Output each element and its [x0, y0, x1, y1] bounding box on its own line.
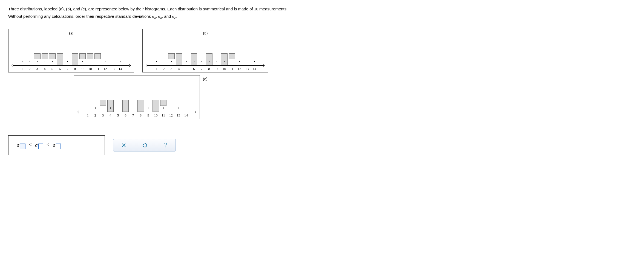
- subscript-input-2[interactable]: [38, 144, 43, 149]
- reset-button[interactable]: [134, 139, 155, 151]
- panel-label-a: (a): [13, 31, 130, 36]
- axis-tick: 7: [130, 113, 137, 118]
- axis-tick: 6: [190, 67, 198, 71]
- subscript-input-1[interactable]: [20, 144, 25, 149]
- histogram-bar: [34, 53, 41, 59]
- histogram-bar: [107, 100, 114, 112]
- histogram-bar: [153, 100, 159, 112]
- sigma-symbol: σ: [53, 142, 56, 148]
- histogram-bar: [100, 100, 106, 106]
- comma2: , and: [162, 14, 172, 19]
- histogram-bar: [72, 53, 78, 65]
- less-than-1: <: [29, 142, 31, 147]
- axis-tick: 4: [41, 67, 48, 71]
- axis-tick: 3: [168, 67, 175, 71]
- histogram-bar: [94, 53, 101, 59]
- axis-tick: 8: [137, 113, 144, 118]
- axis-tick: 14: [251, 67, 258, 71]
- histogram-bar: [221, 53, 228, 65]
- axis-tick: 11: [160, 113, 167, 118]
- axis-tick: 11: [228, 67, 235, 71]
- axis-tick: 12: [167, 113, 175, 118]
- clear-button[interactable]: [113, 139, 134, 151]
- axis-tick: 10: [152, 113, 159, 118]
- axis-tick: 7: [198, 67, 205, 71]
- x-icon: [121, 142, 127, 148]
- q-ten: 10: [254, 7, 258, 11]
- q-line2-pre: Without performing any calculations, ord…: [8, 14, 152, 19]
- subscript-input-3[interactable]: [56, 144, 61, 149]
- histogram-bar: [122, 100, 129, 112]
- axis-tick: 4: [175, 67, 183, 71]
- axis-tick: 14: [117, 67, 124, 71]
- histogram-b: 1234567891011121314: [147, 46, 264, 71]
- help-button[interactable]: ?: [155, 139, 176, 151]
- axis-tick: 10: [220, 67, 228, 71]
- axis-tick: 9: [213, 67, 220, 71]
- histogram-bar: [229, 53, 235, 59]
- axis-tick: 3: [99, 113, 107, 118]
- axis-tick: 6: [56, 67, 64, 71]
- histogram-panel-c: (c) 1234567891011121314: [74, 75, 200, 119]
- histogram-bar: [49, 53, 56, 59]
- axis-tick: 1: [153, 67, 160, 71]
- histogram-a: 1234567891011121314: [13, 46, 130, 71]
- axis-tick: 1: [18, 67, 26, 71]
- question-text: Three distributions, labeled (a), (b), a…: [8, 5, 636, 21]
- axis-tick: 8: [205, 67, 213, 71]
- answer-box: σ < σ < σ: [8, 135, 105, 155]
- panel-label-c: (c): [203, 77, 207, 81]
- histogram-bar: [57, 53, 63, 65]
- histogram-row-1: (a) 1234567891011121314 (b) 123456789101…: [8, 29, 636, 72]
- histogram-bar: [79, 53, 86, 59]
- histogram-panel-a: (a) 1234567891011121314: [8, 29, 134, 72]
- axis-tick: 14: [182, 113, 190, 118]
- axis-tick: 3: [33, 67, 41, 71]
- sigma-slot-3[interactable]: σ: [53, 142, 61, 148]
- axis-tick: 13: [243, 67, 251, 71]
- axis-tick: 11: [94, 67, 101, 71]
- button-bar: ?: [113, 139, 176, 151]
- histogram-bar: [42, 53, 48, 59]
- axis-tick: 4: [107, 113, 114, 118]
- axis-tick: 6: [122, 113, 129, 118]
- axis-tick: 9: [145, 113, 152, 118]
- q-line1-pre: Three distributions, labeled (a), (b), a…: [8, 7, 254, 11]
- sigma-symbol: σ: [17, 142, 19, 148]
- axis-tick: 13: [109, 67, 116, 71]
- histogram-c: 1234567891011121314: [79, 93, 195, 118]
- sigma-slot-1[interactable]: σ: [17, 142, 25, 148]
- sigma-c: σ: [172, 14, 174, 19]
- axis-tick: 5: [183, 67, 190, 71]
- panel-label-b: (b): [147, 31, 264, 36]
- histogram-bar: [87, 53, 93, 59]
- period: .: [176, 14, 177, 19]
- axis-tick: 13: [175, 113, 182, 118]
- axis-tick: 9: [79, 67, 86, 71]
- axis-tick: 1: [84, 113, 91, 118]
- histogram-bar: [137, 100, 144, 112]
- answer-row: σ < σ < σ ?: [8, 135, 636, 155]
- sigma-symbol: σ: [35, 142, 38, 148]
- bottom-divider: [0, 158, 644, 158]
- histogram-bar: [191, 53, 197, 65]
- help-icon: ?: [164, 141, 167, 149]
- histogram-panel-b: (b) 1234567891011121314: [142, 29, 268, 72]
- sigma-slot-2[interactable]: σ: [35, 142, 43, 148]
- histogram-row-2: (c) 1234567891011121314: [74, 75, 636, 119]
- axis-tick: 5: [48, 67, 56, 71]
- axis-tick: 8: [71, 67, 79, 71]
- axis-tick: 2: [160, 67, 168, 71]
- axis-tick: 12: [236, 67, 243, 71]
- axis-tick: 7: [64, 67, 71, 71]
- axis-tick: 10: [86, 67, 94, 71]
- less-than-2: <: [47, 142, 49, 147]
- q-line1-post: measurements.: [258, 7, 288, 11]
- axis-tick: 5: [114, 113, 122, 118]
- axis-tick: 2: [26, 67, 33, 71]
- histogram-bar: [176, 53, 182, 65]
- histogram-bar: [206, 53, 212, 65]
- reset-icon: [142, 142, 147, 148]
- axis-tick: 2: [92, 113, 99, 118]
- histogram-bar: [168, 53, 175, 59]
